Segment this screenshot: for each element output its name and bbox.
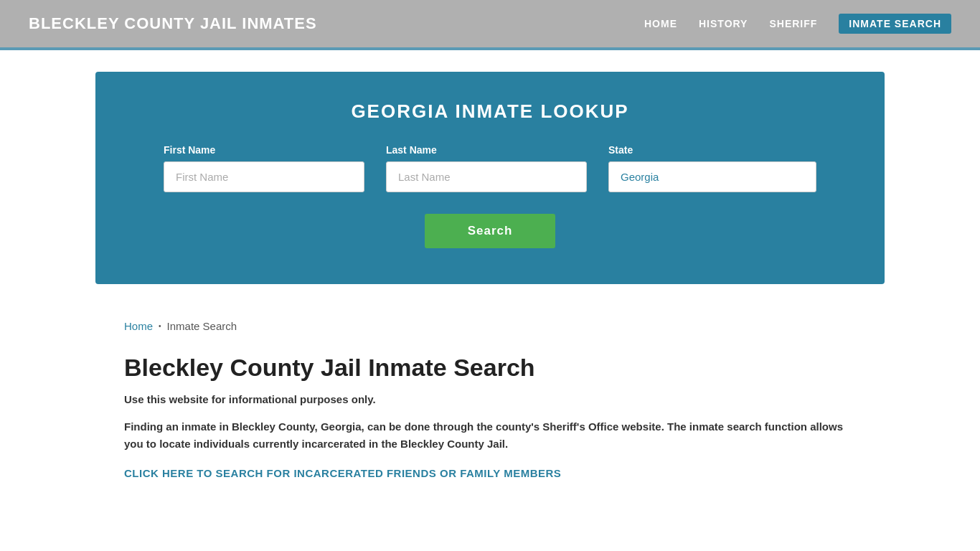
- nav-history[interactable]: HISTORY: [699, 18, 748, 29]
- nav-sheriff[interactable]: SHERIFF: [769, 18, 817, 29]
- last-name-input[interactable]: [386, 161, 587, 192]
- search-button[interactable]: Search: [425, 214, 556, 248]
- nav-home[interactable]: HOME: [644, 18, 677, 29]
- search-section: GEORGIA INMATE LOOKUP First Name Last Na…: [95, 72, 885, 284]
- header: BLECKLEY COUNTY JAIL INMATES HOME HISTOR…: [0, 0, 980, 50]
- state-group: State: [608, 144, 816, 192]
- page-title: Bleckley County Jail Inmate Search: [124, 354, 856, 382]
- search-fields-row: First Name Last Name State: [138, 144, 842, 192]
- first-name-input[interactable]: [164, 161, 364, 192]
- page-subtitle: Use this website for informational purpo…: [124, 393, 856, 405]
- last-name-label: Last Name: [386, 144, 587, 156]
- search-section-title: GEORGIA INMATE LOOKUP: [138, 100, 842, 123]
- breadcrumb-separator: •: [159, 322, 161, 330]
- first-name-label: First Name: [164, 144, 364, 156]
- breadcrumb-current: Inmate Search: [167, 320, 237, 332]
- breadcrumb-home[interactable]: Home: [124, 320, 153, 332]
- first-name-group: First Name: [164, 144, 364, 192]
- state-input[interactable]: [608, 161, 816, 192]
- inmate-search-form: First Name Last Name State Search: [138, 144, 842, 248]
- cta-link[interactable]: CLICK HERE to Search for Incarcerated Fr…: [124, 467, 561, 479]
- site-logo: BLECKLEY COUNTY JAIL INMATES: [29, 14, 317, 33]
- breadcrumb: Home • Inmate Search: [124, 320, 856, 332]
- last-name-group: Last Name: [386, 144, 587, 192]
- page-description: Finding an inmate in Bleckley County, Ge…: [124, 418, 856, 453]
- content-area: Home • Inmate Search Bleckley County Jai…: [95, 306, 885, 509]
- main-nav: HOME HISTORY SHERIFF INMATE SEARCH: [644, 14, 951, 34]
- state-label: State: [608, 144, 816, 156]
- nav-inmate-search[interactable]: INMATE SEARCH: [839, 14, 951, 34]
